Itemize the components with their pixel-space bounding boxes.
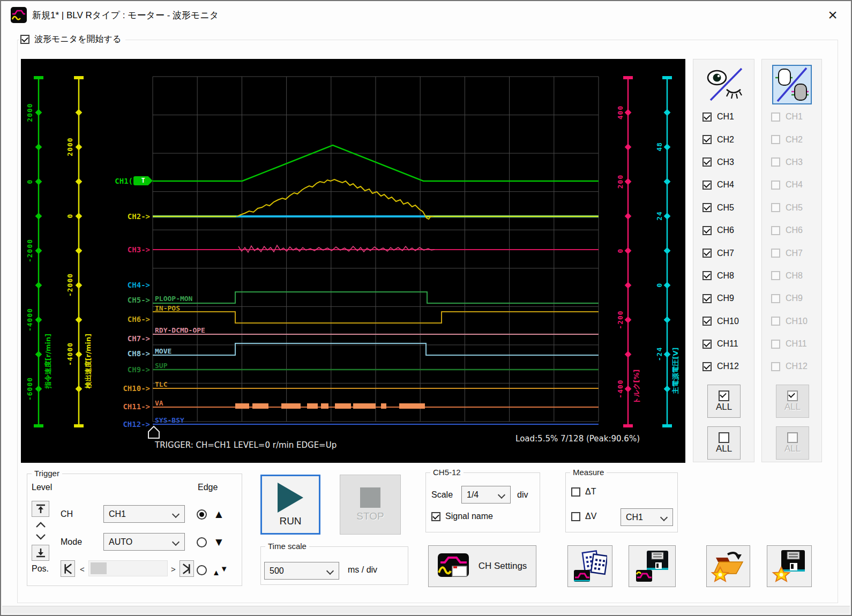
load-readout: Load:5.5% 7/128 (Peak:90.6%): [515, 434, 640, 444]
detected-speed-axis-title: 検出速度[r/min]: [84, 310, 92, 412]
checkbox-icon: [771, 294, 780, 303]
level-down-chevron[interactable]: [35, 533, 47, 540]
start-monitor-checkbox[interactable]: 波形モニタを開始する: [19, 34, 125, 45]
clear-all-button-disabled: ALL: [776, 426, 809, 460]
ch5-label: CH5->: [21, 295, 150, 305]
ch-settings-button[interactable]: CH Settings: [428, 545, 536, 587]
pos-last-button[interactable]: [180, 560, 194, 577]
ch5-12-legend: CH5-12: [430, 468, 464, 477]
edge-up-radio[interactable]: [197, 509, 207, 520]
play-icon: [278, 483, 303, 513]
checkbox-icon: [702, 157, 712, 167]
checkbox-icon: [702, 203, 712, 212]
pos-next-arrow[interactable]: >: [171, 565, 176, 574]
pos-first-button[interactable]: [61, 560, 75, 577]
level-up-chevron[interactable]: [35, 521, 47, 529]
channel-compare-row: CH10: [762, 310, 823, 333]
axis-tick: 0: [616, 228, 625, 273]
edge-label: Edge: [198, 483, 218, 492]
checkbox-icon: [771, 226, 780, 235]
ch11-signal-name: VA: [155, 399, 163, 407]
ch5-signal-name: PLOOP-MON: [155, 295, 192, 303]
axis-tick: 400: [616, 90, 625, 135]
arrow-to-bottom-icon: [35, 547, 47, 559]
div-label: div: [517, 490, 528, 500]
delta-v-checkbox[interactable]: ΔV: [571, 512, 596, 521]
channel-visibility-row[interactable]: CH10: [693, 310, 755, 333]
torque-axis-title: トルク[%]: [632, 336, 640, 438]
axis-tick: 48: [655, 124, 664, 169]
ch9-signal-name: SUP: [155, 362, 167, 370]
ch11-pulses: [235, 403, 425, 409]
save-measurement-conditions-button[interactable]: [767, 545, 812, 587]
channel-label: CH1: [717, 112, 734, 122]
time-scale-select[interactable]: 500: [264, 562, 339, 580]
channel-visibility-row[interactable]: CH4: [693, 174, 755, 196]
ch6-signal-name: IN-POS: [155, 304, 180, 312]
select-all-button-disabled: ALL: [776, 385, 809, 418]
channel-visibility-row[interactable]: CH6: [693, 219, 755, 242]
trigger-group: Trigger Level CH CH1 Mode AUTO Pos. <: [27, 474, 242, 586]
trigger-position-marker[interactable]: [148, 426, 159, 438]
delta-t-checkbox[interactable]: ΔT: [571, 487, 596, 497]
pos-scrollbar-thumb[interactable]: [91, 562, 107, 574]
trigger-pos-label: Pos.: [32, 564, 49, 574]
edge-both-radio[interactable]: [197, 565, 207, 575]
checkbox-icon: [702, 112, 712, 122]
channel-visibility-row[interactable]: CH1: [693, 106, 755, 128]
channel-visibility-row[interactable]: CH9: [693, 287, 755, 310]
pos-scrollbar-track[interactable]: [88, 560, 168, 576]
checkbox-icon: [702, 226, 712, 235]
clear-all-button[interactable]: ALL: [707, 426, 741, 460]
edge-down-icon: ▼: [213, 536, 225, 547]
ch9-label: CH9->: [21, 365, 150, 374]
run-button[interactable]: RUN: [260, 475, 320, 535]
close-button[interactable]: ×: [822, 4, 843, 26]
waveform-scope: 2000 0 -2000 -4000 -6000 2000 0 -2000 -4…: [21, 59, 685, 463]
channel-compare-row: CH9: [762, 287, 823, 310]
ch11-label: CH11->: [21, 402, 150, 411]
channel-visibility-row[interactable]: CH7: [693, 242, 755, 264]
channel-label: CH4: [786, 180, 803, 190]
pos-prev-arrow[interactable]: <: [80, 565, 85, 574]
save-waveform-image-button[interactable]: [629, 545, 676, 587]
channel-label: CH11: [717, 339, 738, 349]
channel-label: CH9: [786, 294, 803, 303]
compare-mode-button[interactable]: [772, 65, 812, 104]
ch8-signal-name: MOVE: [155, 347, 171, 355]
channel-visibility-row[interactable]: CH12: [693, 355, 755, 378]
checkbox-icon: [702, 317, 712, 326]
ch6-label: CH6->: [21, 314, 150, 324]
signal-name-checkbox[interactable]: Signal name: [431, 512, 493, 521]
trigger-channel-select[interactable]: CH1: [103, 505, 185, 523]
trigger-mode-select[interactable]: AUTO: [103, 533, 185, 551]
export-waveform-data-button[interactable]: [567, 545, 612, 587]
measure-channel-select[interactable]: CH1: [621, 508, 673, 526]
channel-label: CH5: [717, 203, 734, 213]
trigger-ch-label: CH: [61, 509, 73, 519]
ch2-label: CH2->: [21, 212, 150, 221]
channel-visibility-row[interactable]: CH3: [693, 151, 755, 174]
channel-visibility-row[interactable]: CH5: [693, 197, 755, 219]
checkbox-icon: [571, 487, 580, 497]
open-measurement-conditions-button[interactable]: [706, 545, 750, 587]
channel-visibility-row[interactable]: CH2: [693, 128, 755, 151]
level-max-button[interactable]: [32, 501, 49, 517]
ch5-12-scale-select[interactable]: 1/4: [461, 486, 511, 504]
checkbox-icon: [431, 512, 440, 521]
select-all-button[interactable]: ALL: [707, 385, 741, 418]
ch3-label: CH3->: [21, 245, 150, 254]
channel-compare-row: CH2: [762, 128, 823, 151]
channel-label: CH7: [786, 249, 803, 258]
channel-label: CH7: [717, 249, 734, 258]
channel-label: CH5: [786, 203, 803, 213]
level-min-button[interactable]: [32, 545, 49, 561]
channel-visibility-row[interactable]: CH11: [693, 333, 755, 355]
axis-tick: -200: [616, 297, 625, 342]
stop-button: STOP: [340, 475, 401, 535]
edge-down-radio[interactable]: [197, 537, 207, 547]
channel-compare-row: CH7: [762, 242, 823, 264]
channel-label: CH2: [717, 135, 734, 145]
channel-visibility-row[interactable]: CH8: [693, 265, 755, 287]
axis-tick: 2000: [66, 124, 74, 169]
